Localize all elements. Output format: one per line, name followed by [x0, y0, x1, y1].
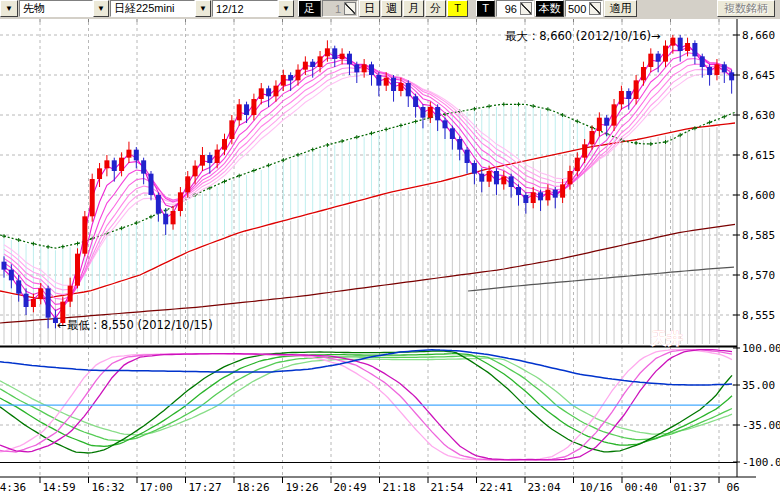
- bar-count-spinner[interactable]: 500: [565, 0, 603, 17]
- svg-text:-35.00: -35.00: [742, 419, 780, 432]
- product-value: 先物: [19, 0, 93, 17]
- product-combobox[interactable]: 先物 ▼: [19, 0, 109, 17]
- period-spinner[interactable]: 96: [496, 0, 534, 17]
- svg-text:00:40: 00:40: [624, 481, 657, 494]
- svg-text:01:37: 01:37: [673, 481, 706, 494]
- multi-symbol-button[interactable]: 複数銘柄: [717, 0, 775, 17]
- chart-canvas[interactable]: 8,6608,6458,6308,6158,6008,5858,5708,555…: [0, 0, 780, 500]
- ashi-bar-type-button[interactable]: 足: [298, 0, 321, 17]
- spinner-icon[interactable]: [589, 2, 601, 15]
- monthly-button[interactable]: 月: [403, 0, 424, 17]
- svg-text:8,555: 8,555: [742, 309, 775, 322]
- svg-text:最大 : 8,660 (2012/10/16)→: 最大 : 8,660 (2012/10/16)→: [505, 29, 661, 43]
- svg-text:8,615: 8,615: [742, 149, 775, 162]
- svg-text:17:00: 17:00: [139, 481, 172, 494]
- time-axis-labels: 4:3614:5916:3217:0017:2718:2619:2620:492…: [0, 481, 740, 494]
- svg-text:19:26: 19:26: [285, 481, 318, 494]
- interval-value: 1: [323, 3, 343, 15]
- svg-text:35.00: 35.00: [742, 379, 775, 392]
- dropdown-arrow-icon: ▼: [199, 4, 207, 13]
- symbol-combobox[interactable]: 日経225mini ▼: [110, 0, 211, 17]
- apply-button[interactable]: 適用: [604, 0, 637, 17]
- oscillator-axis-labels: 100.0035.00-35.00-100.00: [733, 342, 780, 469]
- chart-application-window: { "toolbar": { "left_combo_arrow": "▼", …: [0, 0, 780, 500]
- svg-text:8,585: 8,585: [742, 229, 775, 242]
- svg-text:-100.00: -100.00: [742, 456, 780, 469]
- spinner-icon[interactable]: [520, 2, 532, 15]
- ceiling-annotation: 天井: [650, 329, 683, 348]
- dropdown-arrow-icon: ▼: [282, 4, 290, 13]
- moving-average-lines: [0, 123, 735, 323]
- daily-button[interactable]: 日: [359, 0, 380, 17]
- symbol-value: 日経225mini: [110, 0, 195, 17]
- svg-text:06: 06: [726, 481, 739, 494]
- svg-text:10/16: 10/16: [579, 481, 612, 494]
- tick-mode-button[interactable]: T: [476, 0, 495, 17]
- axes: [0, 18, 756, 477]
- svg-text:8,600: 8,600: [742, 189, 775, 202]
- svg-text:20:49: 20:49: [333, 481, 366, 494]
- svg-text:8,660: 8,660: [742, 29, 775, 42]
- left-dropdown-arrow-button[interactable]: ▼: [0, 0, 18, 17]
- contract-month-combobox[interactable]: 12/12 ▼: [212, 0, 294, 17]
- svg-text:18:26: 18:26: [236, 481, 269, 494]
- weekly-button[interactable]: 週: [381, 0, 402, 17]
- svg-text:8,630: 8,630: [742, 109, 775, 122]
- symbol-dropdown-button[interactable]: ▼: [195, 0, 211, 17]
- contract-month-value: 12/12: [212, 0, 278, 17]
- svg-text:←最低 : 8,550 (2012/10/15): ←最低 : 8,550 (2012/10/15): [57, 318, 213, 332]
- dropdown-arrow-icon: ▼: [97, 4, 105, 13]
- svg-text:17:27: 17:27: [188, 481, 221, 494]
- period-value: 96: [497, 3, 519, 15]
- minute-button[interactable]: 分: [425, 0, 446, 17]
- contract-month-dropdown-button[interactable]: ▼: [278, 0, 294, 17]
- dropdown-arrow-icon: ▼: [5, 5, 13, 13]
- interval-spinner[interactable]: 1: [322, 0, 358, 17]
- svg-text:21:54: 21:54: [430, 481, 463, 494]
- svg-text:16:32: 16:32: [91, 481, 124, 494]
- tick-button-active[interactable]: T: [447, 0, 468, 17]
- svg-text:22:41: 22:41: [479, 481, 512, 494]
- price-axis-labels: 8,6608,6458,6308,6158,6008,5858,5708,555: [733, 29, 775, 322]
- svg-text:23:04: 23:04: [527, 481, 560, 494]
- svg-text:21:18: 21:18: [382, 481, 415, 494]
- spinner-icon[interactable]: [344, 2, 356, 15]
- svg-text:4:36: 4:36: [0, 481, 26, 494]
- toolbar: ▼ 先物 ▼ 日経225mini ▼ 12/12 ▼ 足 1 日 週 月 分 T…: [0, 0, 780, 19]
- bar-count-value: 500: [566, 3, 588, 15]
- gridlines: [0, 18, 737, 483]
- bar-count-label-button[interactable]: 本数: [535, 0, 564, 17]
- svg-text:8,645: 8,645: [742, 69, 775, 82]
- product-dropdown-button[interactable]: ▼: [93, 0, 109, 17]
- svg-text:14:59: 14:59: [42, 481, 75, 494]
- svg-text:100.00: 100.00: [742, 342, 780, 355]
- svg-text:8,570: 8,570: [742, 269, 775, 282]
